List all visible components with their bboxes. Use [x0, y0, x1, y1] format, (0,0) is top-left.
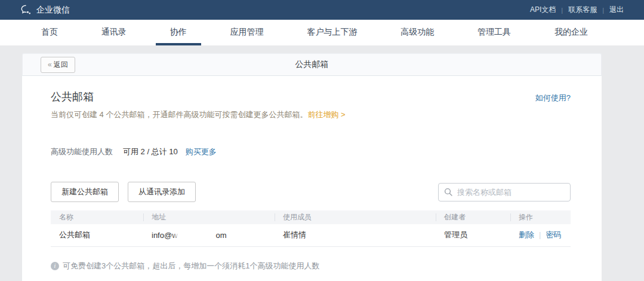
new-mailbox-button[interactable]: 新建公共邮箱 — [51, 182, 119, 202]
redacted-blur — [178, 230, 216, 240]
main-panel: 公共邮箱 如何使用? 当前仅可创建 4 个公共邮箱，开通邮件高级功能可按需创建更… — [22, 76, 602, 281]
wecom-brand: 企业微信 — [21, 5, 70, 16]
password-link[interactable]: 密码 — [546, 230, 561, 239]
how-to-use-link[interactable]: 如何使用? — [535, 93, 571, 103]
nav-item-collaboration[interactable]: 协作 — [156, 20, 201, 45]
quota-notice: 当前仅可创建 4 个公共邮箱，开通邮件高级功能可按需创建更多公共邮箱。前往增购 … — [51, 109, 571, 120]
table-row: 公共邮箱 info@wom 崔情情 管理员 删除|密码 — [51, 224, 571, 246]
nav-item-admin-tools[interactable]: 管理工具 — [463, 20, 525, 45]
buy-more-link[interactable]: 购买更多 — [186, 146, 217, 157]
topbar: 企业微信 API文档 | 联系客服 | 退出 — [0, 0, 644, 20]
advanced-quota-row: 高级功能使用人数 可用 2 / 总计 10 购买更多 — [51, 146, 571, 157]
brand-name: 企业微信 — [36, 5, 70, 16]
col-header-name: 名称 — [51, 210, 143, 224]
search-box — [438, 183, 571, 201]
cell-actions: 删除|密码 — [510, 224, 571, 246]
topbar-links: API文档 | 联系客服 | 退出 — [530, 5, 624, 15]
nav-item-home[interactable]: 首页 — [27, 20, 72, 45]
search-input[interactable] — [438, 183, 571, 201]
nav-item-contacts[interactable]: 通讯录 — [87, 20, 141, 45]
cell-address: info@wom — [143, 224, 275, 246]
back-button-label: 返回 — [54, 60, 68, 70]
main-header: 公共邮箱 如何使用? — [51, 90, 571, 104]
main-nav: 首页 通讯录 协作 应用管理 客户与上下游 高级功能 管理工具 我的企业 — [0, 20, 644, 45]
back-button[interactable]: «返回 — [41, 57, 75, 73]
table-header-row: 名称 地址 使用成员 创建者 操作 — [51, 210, 571, 224]
cell-creator: 管理员 — [436, 224, 510, 246]
page-title: 公共邮箱 — [51, 90, 94, 104]
contact-support-link[interactable]: 联系客服 — [568, 5, 597, 15]
divider: | — [602, 7, 604, 14]
api-docs-link[interactable]: API文档 — [530, 5, 556, 15]
purchase-more-link[interactable]: 前往增购 > — [307, 110, 345, 119]
divider: | — [539, 230, 541, 239]
nav-item-my-company[interactable]: 我的企业 — [540, 20, 602, 45]
content-container: 公共邮箱 «返回 公共邮箱 如何使用? 当前仅可创建 4 个公共邮箱，开通邮件高… — [22, 53, 602, 281]
info-icon: i — [51, 262, 59, 270]
col-header-address: 地址 — [143, 210, 275, 224]
mailbox-table: 名称 地址 使用成员 创建者 操作 公共邮箱 info@wom 崔情情 管理员 … — [51, 210, 571, 247]
nav-item-customers[interactable]: 客户与上下游 — [292, 20, 371, 45]
quota-label: 高级功能使用人数 — [51, 146, 113, 157]
search-icon — [444, 188, 452, 196]
cell-name: 公共邮箱 — [51, 224, 143, 246]
address-suffix: om — [216, 231, 227, 240]
delete-link[interactable]: 删除 — [519, 230, 534, 239]
cell-members: 崔情情 — [275, 224, 436, 246]
col-header-members: 使用成员 — [275, 210, 436, 224]
subheader-bar: 公共邮箱 «返回 — [22, 53, 602, 76]
add-from-contacts-button[interactable]: 从通讯录添加 — [128, 182, 196, 202]
wecom-logo-icon — [21, 5, 32, 15]
logout-link[interactable]: 退出 — [609, 5, 624, 15]
back-arrow-icon: « — [48, 60, 52, 69]
quota-notice-text: 当前仅可创建 4 个公共邮箱，开通邮件高级功能可按需创建更多公共邮箱。 — [51, 110, 307, 119]
address-prefix: info@w — [152, 231, 178, 240]
col-header-actions: 操作 — [510, 210, 571, 224]
subheader-title: 公共邮箱 — [23, 59, 601, 70]
col-header-creator: 创建者 — [436, 210, 510, 224]
quota-value: 可用 2 / 总计 10 — [123, 146, 178, 157]
divider: | — [561, 7, 563, 14]
footnote: i 可免费创建3个公共邮箱，超出后，每增加一个须消耗1个高级功能使用人数 — [51, 261, 571, 271]
toolbar: 新建公共邮箱 从通讯录添加 — [51, 182, 571, 202]
nav-item-apps[interactable]: 应用管理 — [216, 20, 278, 45]
nav-item-advanced[interactable]: 高级功能 — [386, 20, 448, 45]
footnote-text: 可免费创建3个公共邮箱，超出后，每增加一个须消耗1个高级功能使用人数 — [63, 261, 319, 271]
